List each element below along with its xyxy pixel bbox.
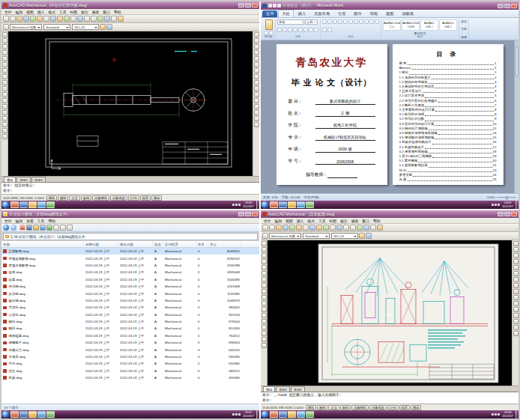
chamfer-icon[interactable] (254, 110, 259, 115)
layout-tab[interactable]: 模型 (263, 386, 275, 392)
column-header[interactable]: 大小 (208, 241, 241, 247)
ie-taskbar-icon[interactable] (37, 201, 46, 208)
layout-tab[interactable]: 布局1 (16, 177, 31, 182)
ribbon-tab[interactable]: 页面布局 (310, 10, 333, 17)
repeat-icon[interactable] (277, 4, 281, 7)
circle-icon[interactable] (261, 277, 267, 282)
file-row[interactable]: 大齿轮.dwg 2012-03-19 上午 2012-03-19 上午 A Me… (1, 304, 259, 311)
copy-icon[interactable] (303, 225, 309, 231)
autocad-taskbar-icon[interactable] (10, 411, 19, 418)
numbering-icon[interactable] (327, 19, 332, 24)
bold-icon[interactable] (277, 28, 282, 32)
rectangle-icon[interactable] (261, 265, 267, 270)
status-toggle[interactable]: DYN (128, 195, 139, 201)
toolbar-combobox[interactable]: ISO-25 (72, 24, 99, 30)
point-icon[interactable] (261, 313, 267, 318)
file-row[interactable]: 支承座.dwg 2012-03-19 上午 2012-03-19 上午 A Me… (1, 353, 259, 360)
maximize-button[interactable] (504, 212, 510, 216)
file-row[interactable]: 轴承端盖.dwg 2012-03-19 上午 2012-03-19 上午 A M… (1, 332, 259, 339)
media-player-taskbar-icon[interactable] (306, 411, 314, 418)
titlebar[interactable]: AutoCAD Mechanical - [手轮丝杠部件图.dwg] (1, 1, 259, 9)
show-desktop-button[interactable] (516, 201, 518, 209)
minimize-button[interactable] (238, 212, 244, 216)
save-icon[interactable] (276, 225, 282, 231)
style-gallery-item[interactable]: AaBbC 标题 1 (420, 19, 438, 31)
status-toggle[interactable]: 正交 (328, 405, 339, 410)
ribbon-tab[interactable]: 视图 (382, 10, 397, 17)
undo-icon[interactable] (323, 225, 329, 231)
explorer-taskbar-icon[interactable] (28, 201, 37, 208)
status-toggle[interactable]: 正交 (69, 195, 79, 201)
undo-icon[interactable] (64, 16, 70, 22)
mirror-icon[interactable] (513, 253, 519, 258)
decrease-indent-icon[interactable] (338, 19, 342, 24)
autocad-taskbar-icon[interactable] (270, 201, 278, 208)
close-button[interactable] (511, 4, 517, 8)
ellipse-icon[interactable] (261, 295, 267, 300)
word-taskbar-icon[interactable] (19, 411, 28, 418)
language-indicator[interactable]: 中文(中国) (303, 195, 319, 199)
minimize-button[interactable] (498, 212, 504, 216)
status-toggle[interactable]: 线宽 (399, 405, 410, 410)
ribbon-tab[interactable]: 开始 (278, 10, 293, 17)
maximize-button[interactable] (245, 212, 251, 216)
undo-icon[interactable] (273, 4, 276, 7)
command-line[interactable]: 命令: _.zoom 指定窗口的角点，输入比例因子: 命令: (261, 392, 519, 404)
close-button[interactable] (511, 212, 517, 216)
maximize-button[interactable] (245, 3, 251, 7)
status-toggle[interactable]: 线宽 (140, 195, 151, 201)
file-row[interactable]: 从动轴.dwg 2012-03-19 上午 2012-03-19 上午 A Me… (1, 290, 259, 296)
move-icon[interactable] (254, 62, 259, 67)
file-row[interactable]: 小齿轮.dwg 2012-03-19 上午 2012-03-19 上午 A Me… (1, 311, 259, 318)
match-properties-icon[interactable] (57, 16, 63, 22)
rotate-icon[interactable] (254, 68, 259, 73)
polyline-icon[interactable] (2, 44, 7, 49)
menu-item[interactable]: 帮助 (373, 219, 381, 223)
file-row[interactable]: 机架.dwg 2012-03-19 上午 2012-03-19 上午 A Mec… (1, 374, 259, 381)
mirror-icon[interactable] (254, 44, 259, 49)
break-at-point-icon[interactable] (513, 307, 519, 312)
properties-icon[interactable] (363, 225, 369, 231)
paste-icon[interactable] (50, 16, 56, 22)
menu-item[interactable]: 工具 (318, 219, 326, 223)
menu-item[interactable]: 绘图 (330, 219, 337, 223)
color-control-icon[interactable] (100, 24, 106, 30)
fillet-icon[interactable] (513, 325, 519, 330)
zoom-realtime-icon[interactable] (343, 225, 349, 231)
clock[interactable]: 23:06 2012/6/7 (241, 201, 256, 207)
menu-item[interactable]: 视图 (26, 10, 34, 14)
font-size-combo[interactable]: 小四 (305, 19, 318, 25)
ribbon-tab[interactable]: 邮件 (350, 10, 365, 17)
toolbar-combobox[interactable]: Mechanical 经典 (10, 24, 42, 30)
menu-item[interactable]: 格式 (307, 219, 315, 223)
start-button[interactable] (2, 411, 9, 418)
ribbon-tab[interactable]: 审阅 (366, 10, 381, 17)
file-row[interactable]: 差速器装配图.dwg 2012-03-19 上午 2012-03-19 上午 A… (1, 262, 259, 269)
file-row[interactable]: 总装配图.dwg 2012-03-19 上午 2012-03-19 上午 A M… (1, 248, 259, 255)
break-icon[interactable] (254, 104, 259, 109)
gradient-icon[interactable] (2, 116, 7, 121)
cut-icon[interactable] (37, 16, 43, 22)
word-taskbar-icon[interactable] (19, 201, 28, 208)
titlebar[interactable]: 毕业论文（设计） - Microsoft Word (261, 1, 519, 10)
offset-icon[interactable] (513, 259, 519, 264)
break-at-point-icon[interactable] (254, 98, 259, 103)
revision-cloud-icon[interactable] (2, 74, 7, 79)
menu-item[interactable]: 编辑 (275, 219, 282, 223)
design-center-icon[interactable] (111, 16, 117, 22)
superscript-icon[interactable] (303, 28, 308, 32)
language-tray-icon[interactable] (492, 204, 494, 206)
status-toggle[interactable]: 极轴 (81, 195, 91, 201)
menu-item[interactable]: 视图 (285, 219, 293, 223)
autocad-taskbar-icon[interactable] (10, 201, 19, 208)
style-gallery-item[interactable]: AaBbCc 标题 2 (439, 19, 457, 31)
file-tab[interactable]: 文件 (262, 10, 277, 17)
menu-item[interactable]: 文件 (4, 219, 12, 223)
match-properties-icon[interactable] (316, 225, 322, 231)
new-icon[interactable] (3, 16, 9, 22)
zoom-slider-knob[interactable] (506, 196, 508, 199)
multiline-text-icon[interactable] (261, 343, 267, 348)
file-row[interactable]: 蜗轮.dwg 2012-03-19 上午 2012-03-19 上午 A Mec… (1, 318, 259, 325)
column-header[interactable]: 创建日期 (84, 241, 118, 247)
table-icon[interactable] (261, 337, 267, 342)
